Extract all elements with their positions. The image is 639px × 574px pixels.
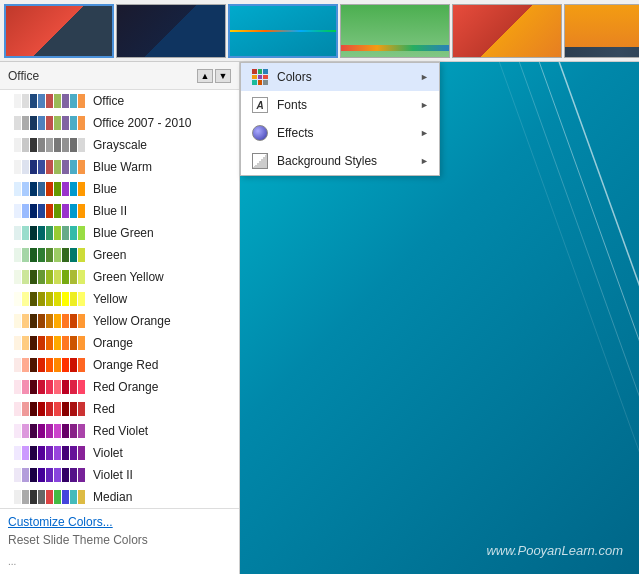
theme-item[interactable]: Office — [0, 90, 239, 112]
color-swatch — [22, 182, 29, 196]
color-swatch — [30, 270, 37, 284]
menu-item-fonts[interactable]: AFonts► — [241, 91, 439, 119]
theme-item[interactable]: Green Yellow — [0, 266, 239, 288]
color-swatch — [46, 182, 53, 196]
color-swatch — [14, 380, 21, 394]
theme-item[interactable]: Violet II — [0, 464, 239, 486]
color-swatch — [70, 270, 77, 284]
color-swatches — [6, 292, 85, 306]
color-swatches — [6, 380, 85, 394]
theme-name: Violet — [93, 446, 123, 460]
panel-scroll-up[interactable]: ▲ — [197, 69, 213, 83]
customize-colors-link[interactable]: Customize Colors... — [8, 515, 231, 529]
color-swatch — [54, 292, 61, 306]
theme-item[interactable]: Red Violet — [0, 420, 239, 442]
theme-item[interactable]: Red — [0, 398, 239, 420]
theme-item[interactable]: Office 2007 - 2010 — [0, 112, 239, 134]
color-swatch — [62, 446, 69, 460]
color-swatch — [46, 94, 53, 108]
color-swatch — [14, 270, 21, 284]
color-swatch — [70, 248, 77, 262]
theme-item[interactable]: Violet — [0, 442, 239, 464]
theme-thumb-6[interactable] — [564, 4, 639, 58]
color-swatch — [70, 314, 77, 328]
color-swatch — [54, 182, 61, 196]
bg-styles-icon — [251, 152, 269, 170]
theme-item[interactable]: Yellow — [0, 288, 239, 310]
svg-line-3 — [499, 62, 639, 562]
color-swatch — [78, 138, 85, 152]
color-swatch — [54, 160, 61, 174]
color-swatch — [38, 446, 45, 460]
color-swatch — [14, 490, 21, 504]
color-swatch — [6, 182, 13, 196]
colors-icon — [251, 68, 269, 86]
theme-item[interactable]: Blue II — [0, 200, 239, 222]
dropdown-menu: Colors►AFonts►Effects►Background Styles► — [240, 62, 440, 176]
color-swatch — [22, 402, 29, 416]
color-swatch — [22, 358, 29, 372]
color-swatch — [38, 402, 45, 416]
color-swatch — [38, 248, 45, 262]
color-swatch — [22, 490, 29, 504]
theme-item[interactable]: Orange Red — [0, 354, 239, 376]
menu-item-bg-styles[interactable]: Background Styles► — [241, 147, 439, 175]
theme-thumb-2[interactable] — [116, 4, 226, 58]
color-swatch — [6, 336, 13, 350]
color-swatch — [14, 94, 21, 108]
color-swatch — [46, 380, 53, 394]
theme-item[interactable]: Blue Green — [0, 222, 239, 244]
color-swatch — [78, 490, 85, 504]
color-swatches — [6, 116, 85, 130]
color-swatch — [46, 424, 53, 438]
color-swatch — [38, 204, 45, 218]
color-swatch — [6, 204, 13, 218]
theme-thumb-selected[interactable] — [228, 4, 338, 58]
color-swatch — [30, 424, 37, 438]
menu-item-effects[interactable]: Effects► — [241, 119, 439, 147]
color-swatch — [78, 270, 85, 284]
color-swatches — [6, 204, 85, 218]
color-swatches — [6, 270, 85, 284]
color-swatch — [46, 358, 53, 372]
theme-name: Median — [93, 490, 132, 504]
color-swatch — [30, 116, 37, 130]
theme-item[interactable]: Orange — [0, 332, 239, 354]
color-swatch — [22, 336, 29, 350]
color-swatch — [6, 468, 13, 482]
color-swatch — [14, 116, 21, 130]
color-swatch — [54, 204, 61, 218]
theme-thumb-4[interactable] — [340, 4, 450, 58]
color-swatch — [78, 314, 85, 328]
color-swatch — [70, 226, 77, 240]
theme-item[interactable]: Median — [0, 486, 239, 508]
color-swatch — [22, 138, 29, 152]
color-swatch — [62, 116, 69, 130]
color-swatch — [30, 314, 37, 328]
theme-item[interactable]: Grayscale — [0, 134, 239, 156]
color-swatch — [78, 226, 85, 240]
menu-label-effects: Effects — [277, 126, 412, 140]
color-swatch — [78, 336, 85, 350]
theme-thumb-1[interactable] — [4, 4, 114, 58]
color-swatch — [54, 314, 61, 328]
theme-item[interactable]: Blue — [0, 178, 239, 200]
color-swatch — [38, 292, 45, 306]
svg-line-0 — [559, 62, 639, 562]
color-swatch — [54, 358, 61, 372]
theme-item[interactable]: Blue Warm — [0, 156, 239, 178]
theme-thumb-5[interactable] — [452, 4, 562, 58]
color-swatch — [62, 270, 69, 284]
menu-label-fonts: Fonts — [277, 98, 412, 112]
theme-item[interactable]: Yellow Orange — [0, 310, 239, 332]
reset-theme-colors-link[interactable]: Reset Slide Theme Colors — [8, 533, 231, 547]
panel-scroll-down[interactable]: ▼ — [215, 69, 231, 83]
theme-item[interactable]: Red Orange — [0, 376, 239, 398]
color-swatch — [62, 204, 69, 218]
color-swatch — [70, 402, 77, 416]
color-swatch — [62, 402, 69, 416]
color-swatches — [6, 94, 85, 108]
theme-item[interactable]: Green — [0, 244, 239, 266]
color-swatch — [54, 490, 61, 504]
menu-item-colors[interactable]: Colors► — [241, 63, 439, 91]
